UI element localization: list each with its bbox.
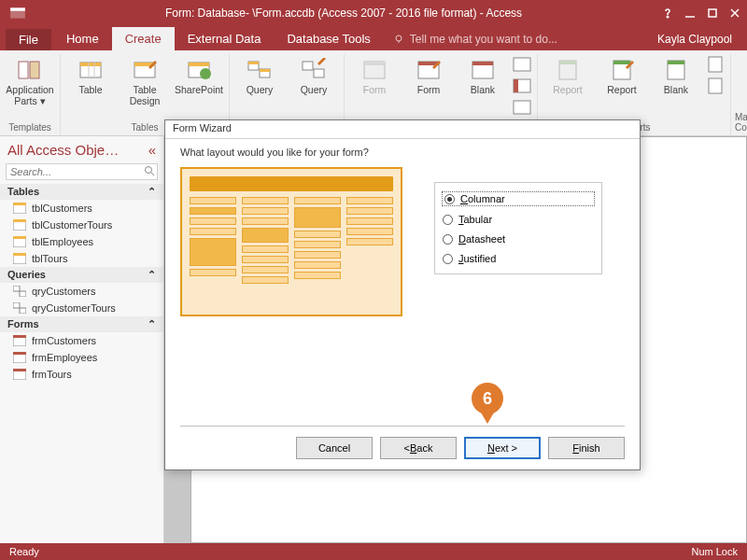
sharepoint-lists-button[interactable]: SharePoint — [173, 54, 225, 99]
svg-rect-43 — [709, 78, 722, 93]
svg-rect-62 — [13, 352, 26, 355]
tab-database-tools[interactable]: Database Tools — [274, 27, 383, 50]
form-wizard-dialog: Form Wizard What layout would you like f… — [164, 119, 641, 470]
svg-rect-27 — [364, 62, 385, 65]
svg-rect-50 — [13, 219, 26, 222]
status-left: Ready — [9, 546, 39, 557]
application-parts-label: Application Parts ▾ — [4, 85, 56, 106]
query-design-button[interactable]: Query — [288, 54, 340, 99]
form-icon — [360, 57, 388, 83]
restore-button[interactable] — [706, 7, 719, 20]
next-button[interactable]: Next > — [464, 437, 541, 459]
table-button[interactable]: Table — [64, 54, 117, 99]
nav-item-frmcustomers[interactable]: frmCustomers — [0, 332, 163, 349]
lightbulb-icon — [393, 34, 404, 45]
more-forms-small-button[interactable] — [511, 97, 533, 118]
query-wizard-icon — [246, 57, 274, 83]
tell-me-placeholder: Tell me what you want to do... — [410, 33, 557, 46]
user-name[interactable]: Kayla Claypool — [648, 28, 741, 50]
report-wizard-small-button[interactable] — [704, 54, 726, 75]
query-wizard-button[interactable]: Query — [233, 54, 286, 99]
collapse-icon[interactable]: ⌃ — [148, 186, 156, 198]
help-icon[interactable] — [661, 7, 674, 20]
ribbon-group-macros: Macro Macros & Code — [731, 54, 747, 135]
application-parts-button[interactable]: Application Parts ▾ — [4, 54, 56, 109]
report-icon — [554, 57, 582, 83]
svg-rect-35 — [514, 101, 530, 114]
search-input[interactable] — [6, 163, 158, 180]
radio-columnar[interactable]: Columnar — [443, 192, 594, 205]
tell-me-box[interactable]: Tell me what you want to do... — [384, 28, 567, 50]
svg-point-7 — [396, 35, 402, 41]
radio-icon — [443, 234, 453, 245]
radio-tabular[interactable]: Tabular — [443, 214, 594, 225]
svg-rect-10 — [30, 62, 39, 78]
ribbon-tabstrip: File Home Create External Data Database … — [0, 26, 747, 50]
svg-point-2 — [667, 16, 669, 18]
report-design-button[interactable]: Report — [596, 54, 648, 99]
nav-item-frmtours[interactable]: frmTours — [0, 366, 163, 383]
nav-group-forms[interactable]: Forms — [7, 318, 39, 330]
tab-file[interactable]: File — [6, 29, 51, 50]
close-button[interactable] — [728, 7, 741, 20]
svg-rect-9 — [19, 62, 28, 78]
labels-small-button[interactable] — [704, 76, 726, 96]
ribbon-group-label: Macros & Code — [735, 112, 747, 135]
nav-item-qrycustomers[interactable]: qryCustomers — [0, 283, 163, 300]
svg-rect-1 — [10, 7, 25, 10]
tab-external-data[interactable]: External Data — [175, 27, 275, 50]
cancel-button[interactable]: Cancel — [296, 437, 373, 459]
minimize-button[interactable] — [684, 7, 697, 20]
finish-button[interactable]: Finish — [548, 437, 625, 459]
application-parts-icon — [16, 57, 44, 83]
table-icon — [77, 57, 105, 83]
svg-point-45 — [146, 167, 152, 174]
nav-item-frmemployees[interactable]: frmEmployees — [0, 349, 163, 366]
blank-form-button[interactable]: Blank — [457, 54, 509, 99]
table-icon — [13, 236, 26, 247]
radio-datasheet[interactable]: Datasheet — [443, 233, 594, 245]
svg-line-46 — [151, 173, 154, 175]
macro-button[interactable]: Macro — [735, 54, 747, 99]
navigation-small-button[interactable] — [511, 76, 533, 96]
nav-group-tables[interactable]: Tables — [7, 186, 39, 198]
tab-home[interactable]: Home — [53, 27, 112, 50]
form-button[interactable]: Form — [348, 54, 401, 99]
form-design-icon — [415, 57, 443, 83]
collapse-icon[interactable]: ⌃ — [148, 269, 156, 281]
back-button[interactable]: < Back — [380, 437, 457, 459]
layout-preview — [180, 167, 402, 316]
nav-item-tbltours[interactable]: tblTours — [0, 250, 163, 267]
tab-create[interactable]: Create — [112, 27, 175, 50]
layout-options: Columnar Tabular Datasheet Justified — [434, 182, 602, 274]
report-button[interactable]: Report — [542, 54, 594, 99]
nav-item-tblcustomers[interactable]: tblCustomers — [0, 200, 163, 217]
query-design-icon — [300, 57, 328, 83]
collapse-icon[interactable]: ⌃ — [148, 318, 156, 330]
window-title: Form: Database- \Form.accdb (Access 2007… — [26, 7, 661, 20]
radio-justified[interactable]: Justified — [443, 253, 594, 264]
dialog-question: What layout would you like for your form… — [180, 147, 625, 158]
svg-rect-48 — [13, 203, 26, 205]
nav-item-qrycustomertours[interactable]: qryCustomerTours — [0, 300, 163, 316]
nav-title[interactable]: All Access Obje… — [7, 142, 119, 158]
nav-collapse-icon[interactable]: « — [148, 142, 156, 158]
nav-search[interactable] — [6, 163, 158, 180]
form-wizard-small-button[interactable] — [511, 54, 533, 75]
dialog-buttons: Cancel < Back Next > Finish — [165, 427, 640, 469]
table-design-button[interactable]: Table Design — [119, 54, 171, 109]
svg-rect-57 — [13, 302, 20, 308]
svg-rect-42 — [709, 57, 722, 72]
navigation-pane: All Access Obje… « Tables⌃ tblCustomers … — [0, 136, 164, 543]
nav-item-tblemployees[interactable]: tblEmployees — [0, 233, 163, 250]
table-icon — [13, 219, 26, 231]
svg-rect-55 — [13, 286, 20, 291]
nav-group-queries[interactable]: Queries — [7, 269, 46, 281]
svg-rect-56 — [20, 291, 26, 297]
blank-report-button[interactable]: Blank — [650, 54, 702, 99]
status-right: Num Lock — [691, 546, 738, 557]
form-design-button[interactable]: Form — [402, 54, 455, 99]
nav-item-tblcustomertours[interactable]: tblCustomerTours — [0, 217, 163, 233]
search-icon[interactable] — [144, 165, 155, 179]
system-menu-icon[interactable] — [9, 5, 26, 21]
